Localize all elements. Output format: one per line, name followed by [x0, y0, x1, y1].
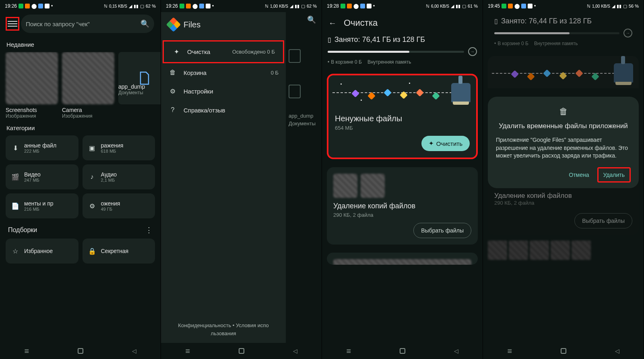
duplicate-files-card: Удаление копий файлов 290 КБ, 2 файла Вы… [327, 167, 478, 245]
storage-location: Внутренняя память [534, 41, 578, 46]
page-header: ← Очистка [322, 12, 483, 34]
drawer-item-trash[interactable]: 🗑 Корзина 0 Б [161, 63, 286, 82]
status-bar: 19:26 ⬤ • ℕ 0,15 KB/S ◢ ▮▮ ▢ 62 % [0, 0, 161, 12]
nfc-icon: ℕ [587, 4, 590, 9]
section-collections-title: Подборки [8, 226, 37, 234]
category-documents[interactable]: 📄менты и пр216 МБ [6, 193, 78, 218]
section-categories-title: Категории [0, 119, 161, 135]
wifi-icon: ◢ [451, 4, 454, 9]
clock: 19:28 [327, 3, 339, 9]
notif-icon [528, 4, 533, 8]
document-icon [289, 85, 301, 98]
status-bar: 19:45 ⬤ • ℕ 1,00 KB/S ◢ ▮▮ ▢ 56 % [483, 0, 644, 12]
categories-grid: ⬇анные файл222 МБ ▣ражения618 МБ 🎬Видео2… [0, 135, 161, 218]
nav-home-icon[interactable] [78, 348, 83, 354]
clock: 19:26 [5, 3, 17, 9]
system-nav-bar [0, 343, 161, 359]
back-arrow-icon[interactable]: ← [328, 19, 336, 28]
notif-icon: ⬤ [514, 3, 520, 9]
trash-icon: 🗑 [496, 106, 631, 117]
dialog-title: Удалить временные файлы приложений [496, 122, 631, 131]
video-icon: 🎬 [11, 173, 19, 181]
category-video[interactable]: 🎬Видео247 МБ [6, 164, 78, 189]
notif-icon [25, 4, 30, 8]
hidden-card-sub: 290 КБ, 2 файла [494, 200, 632, 206]
delete-button[interactable]: Удалить [599, 168, 630, 181]
nfc-icon: ℕ [426, 4, 429, 9]
search-icon[interactable]: 🔍 [140, 19, 149, 28]
sparkle-icon: ✦ [172, 48, 181, 56]
collection-secret[interactable]: 🔒Секретная [83, 239, 155, 264]
recent-sublabel: Изображения [6, 113, 58, 119]
category-audio[interactable]: ♪Аудио2,1 МБ [83, 164, 155, 189]
collection-favorites[interactable]: ☆Избранное [6, 239, 78, 264]
arrow-circle-icon: → [623, 29, 632, 37]
nav-home-icon[interactable] [561, 348, 566, 354]
nav-back-icon[interactable] [293, 347, 297, 355]
files-logo-icon [166, 17, 181, 32]
highlight-box [6, 17, 19, 31]
progress-fill [328, 51, 409, 53]
nav-recents-icon[interactable] [346, 347, 351, 356]
nav-home-icon[interactable] [239, 348, 244, 354]
card-illustration [328, 75, 476, 110]
drawer-footer-links[interactable]: Конфиденциальность • Условия испо льзова… [161, 316, 286, 343]
battery-icon: ▢ [623, 4, 627, 9]
collections-row: ☆Избранное 🔒Секретная [0, 239, 161, 264]
notif-icon [360, 4, 365, 8]
battery-pct: 62 % [146, 4, 156, 8]
nav-back-icon[interactable] [615, 347, 619, 355]
thumbnail [488, 241, 507, 260]
search-placeholder: Поиск по запросу "чек" [26, 21, 136, 27]
nav-back-icon[interactable] [132, 347, 136, 355]
cat-label: Видео [24, 171, 41, 178]
recent-item-docs[interactable]: app_dump Документы [118, 52, 161, 119]
notif-icon [45, 4, 50, 8]
storage-summary[interactable]: ▯ Занято: 76,41 ГБ из 128 ГБ → В корзине… [328, 35, 477, 65]
lock-icon: 🔒 [88, 247, 96, 255]
menu-icon[interactable] [8, 19, 17, 29]
cat-size: 49 ГБ [101, 207, 120, 212]
drawer-label: Настройки [184, 88, 279, 95]
recent-item-camera[interactable]: Camera Изображения [62, 52, 114, 119]
screen-drawer: 19:26 ⬤ • ℕ 1,00 KB/S ◢ ▮▮ ▢ 62 % 🔍 app_… [161, 0, 322, 359]
recent-item-screenshots[interactable]: Screenshots Изображения [6, 52, 58, 119]
category-images[interactable]: ▣ражения618 МБ [83, 135, 155, 160]
arrow-circle-icon[interactable]: → [468, 47, 477, 56]
wifi-icon: ◢ [290, 4, 293, 9]
thumbnail[interactable] [361, 174, 385, 198]
audio-icon: ♪ [88, 173, 96, 181]
cancel-button[interactable]: Отмена [564, 168, 594, 181]
hidden-card-title: Удаление копий файлов [494, 192, 632, 200]
battery-pct: 61 % [468, 4, 478, 8]
drawer-value: 0 Б [271, 70, 279, 76]
nav-home-icon[interactable] [400, 348, 405, 354]
category-downloads[interactable]: ⬇анные файл222 МБ [6, 135, 78, 160]
junk-files-card: Ненужные файлы 654 МБ ✦ Очистить [327, 74, 478, 159]
nav-recents-icon[interactable] [185, 347, 190, 356]
drawer-item-clean[interactable]: ✦ Очистка Освобождено 0 Б [165, 42, 282, 61]
notif-icon [521, 4, 526, 8]
drawer-item-help[interactable]: ? Справка/отзыв [161, 101, 286, 119]
thumbnail [572, 241, 591, 260]
thumbnail [530, 241, 549, 260]
nav-recents-icon[interactable] [24, 347, 29, 356]
cat-size: 247 МБ [24, 178, 41, 183]
cat-label: ражения [101, 142, 124, 149]
category-apps[interactable]: ⚙ожения49 ГБ [83, 193, 155, 218]
search-bar[interactable]: Поиск по запросу "чек" 🔍 [21, 15, 154, 33]
thumbnail[interactable] [333, 174, 357, 198]
clean-button[interactable]: ✦ Очистить [421, 136, 470, 151]
select-files-button[interactable]: Выбрать файлы [413, 223, 471, 238]
nav-recents-icon[interactable] [507, 347, 512, 356]
signal-icon: ▮▮ [617, 4, 621, 9]
overflow-menu-icon[interactable]: ⋮ [145, 226, 153, 234]
dimmed-background[interactable]: 🔍 app_dump Документы [285, 12, 322, 343]
nav-back-icon[interactable] [454, 347, 458, 355]
drawer-item-settings[interactable]: ⚙ Настройки [161, 82, 286, 101]
cat-label: анные файл [24, 142, 56, 149]
notif-icon [206, 4, 211, 8]
recent-sublabel: Изображения [62, 113, 114, 119]
dialog-body: Приложение "Google Files" запрашивает ра… [496, 136, 631, 160]
screen-delete-dialog: 19:45 ⬤ • ℕ 1,00 KB/S ◢ ▮▮ ▢ 56 % ▯ Заня… [483, 0, 644, 359]
